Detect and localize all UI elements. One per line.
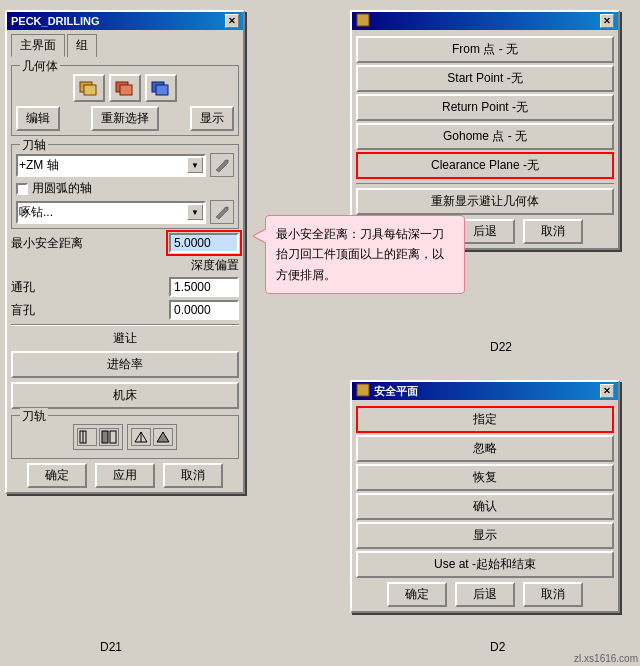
use-round-axis-row: 用圆弧的轴 [16, 180, 234, 197]
peck-confirm-btn[interactable]: 确定 [27, 463, 87, 488]
svg-rect-8 [102, 431, 108, 443]
svg-rect-14 [357, 384, 369, 396]
safety-plane-window: 安全平面 ✕ 指定 忽略 恢复 确认 显示 Use at -起始和结束 确定 后… [350, 380, 620, 613]
geometry-label: 几何体 [20, 58, 60, 75]
tooltip-line3: 方便排屑。 [276, 268, 336, 282]
geometry-window: ✕ From 点 - 无 Start Point -无 Return Point… [350, 10, 620, 250]
gohome-point-item[interactable]: Gohome 点 - 无 [356, 123, 614, 150]
depth-offset-label: 深度偏置 [11, 257, 239, 274]
redisplay-item[interactable]: 重新显示避让几何体 [356, 188, 614, 215]
use-round-axis-checkbox[interactable] [16, 183, 28, 195]
through-hole-row: 通孔 [11, 277, 239, 297]
peck-title-text: PECK_DRILLING [11, 15, 100, 27]
svg-rect-9 [110, 431, 116, 443]
start-point-item[interactable]: Start Point -无 [356, 65, 614, 92]
use-round-axis-label: 用圆弧的轴 [32, 180, 92, 197]
close-button[interactable]: ✕ [225, 14, 239, 28]
peck-cancel-btn[interactable]: 取消 [163, 463, 223, 488]
watermark: zl.xs1616.com [574, 653, 638, 664]
svg-rect-3 [120, 85, 132, 95]
tool-path-label: 刀轨 [20, 408, 48, 425]
avoid-label: 避让 [11, 330, 239, 347]
feed-rate-button[interactable]: 进给率 [11, 351, 239, 378]
svg-rect-5 [156, 85, 168, 95]
title-bar-buttons: ✕ [225, 14, 239, 28]
geo-cancel-btn[interactable]: 取消 [523, 219, 583, 244]
display-item[interactable]: 显示 [356, 522, 614, 549]
min-safety-row: 最小安全距离 [11, 233, 239, 253]
clearance-plane-item[interactable]: Clearance Plane -无 [356, 152, 614, 179]
tooltip-line1: 最小安全距离：刀具每钻深一刀 [276, 227, 444, 241]
tool-path-group: 刀轨 [11, 415, 239, 459]
d21-label: D21 [100, 640, 122, 654]
machine-button[interactable]: 机床 [11, 382, 239, 409]
safety-confirm-btn[interactable]: 确定 [387, 582, 447, 607]
geometry-icon-2[interactable] [109, 74, 141, 102]
blind-hole-input[interactable] [169, 300, 239, 320]
tooltip-callout: 最小安全距离：刀具每钻深一刀 抬刀回工件顶面以上的距离，以 方便排屑。 [265, 215, 465, 294]
geometry-icon-1[interactable] [73, 74, 105, 102]
min-safety-input[interactable] [169, 233, 239, 253]
geometry-close-btn[interactable]: ✕ [600, 14, 614, 28]
geometry-title-buttons: ✕ [600, 14, 614, 28]
svg-marker-12 [157, 432, 169, 442]
geometry-icon-3[interactable] [145, 74, 177, 102]
toolpath-icon-2[interactable] [99, 428, 119, 446]
peck-bottom-buttons: 确定 应用 取消 [11, 463, 239, 488]
tool-axis-group: 刀轴 +ZM 轴 ▼ 用圆弧的轴 啄钻... ▼ [11, 144, 239, 229]
peck-title-bar: PECK_DRILLING ✕ [7, 12, 243, 30]
through-hole-label: 通孔 [11, 279, 35, 296]
ignore-item[interactable]: 忽略 [356, 435, 614, 462]
safety-title-icon [356, 383, 370, 399]
tab-group[interactable]: 组 [67, 34, 97, 57]
separator-1 [11, 324, 239, 326]
geometry-group: 几何体 编辑 重新选择 显示 [11, 65, 239, 136]
tool-axis-wrench[interactable] [210, 153, 234, 177]
safety-bottom-buttons: 确定 后退 取消 [356, 582, 614, 607]
peck-apply-btn[interactable]: 应用 [95, 463, 155, 488]
svg-rect-13 [357, 14, 369, 26]
tooltip-line2: 抬刀回工件顶面以上的距离，以 [276, 247, 444, 261]
reselect-button[interactable]: 重新选择 [91, 106, 159, 131]
confirm-action-item[interactable]: 确认 [356, 493, 614, 520]
icon-group-2 [127, 424, 177, 450]
toolpath-icon-3[interactable] [131, 428, 151, 446]
specify-item[interactable]: 指定 [356, 406, 614, 433]
tab-bar: 主界面 组 [11, 34, 239, 57]
tool-axis-label: 刀轴 [20, 137, 48, 154]
tool-path-icons [16, 424, 234, 450]
display-button[interactable]: 显示 [190, 106, 234, 131]
safety-title-buttons: ✕ [600, 384, 614, 398]
axis-select-arrow[interactable]: ▼ [187, 157, 203, 173]
drill-type-arrow[interactable]: ▼ [187, 204, 203, 220]
drill-type-wrench[interactable] [210, 200, 234, 224]
safety-title-text: 安全平面 [374, 384, 600, 399]
axis-select[interactable]: +ZM 轴 ▼ [16, 154, 206, 177]
from-point-item[interactable]: From 点 - 无 [356, 36, 614, 63]
edit-button[interactable]: 编辑 [16, 106, 60, 131]
safety-content: 指定 忽略 恢复 确认 显示 Use at -起始和结束 确定 后退 取消 [352, 400, 618, 611]
toolpath-icon-1[interactable] [77, 428, 97, 446]
min-safety-label: 最小安全距离 [11, 235, 83, 252]
geo-divider [356, 183, 614, 184]
through-hole-input[interactable] [169, 277, 239, 297]
geometry-title-bar: ✕ [352, 12, 618, 30]
tab-main[interactable]: 主界面 [11, 34, 65, 57]
safety-cancel-btn[interactable]: 取消 [523, 582, 583, 607]
toolpath-icon-4[interactable] [153, 428, 173, 446]
safety-back-btn[interactable]: 后退 [455, 582, 515, 607]
safety-title-bar: 安全平面 ✕ [352, 382, 618, 400]
geometry-icons [16, 74, 234, 102]
drill-type-select[interactable]: 啄钻... ▼ [16, 201, 206, 224]
blind-hole-row: 盲孔 [11, 300, 239, 320]
use-at-item[interactable]: Use at -起始和结束 [356, 551, 614, 578]
geometry-title-icon [356, 13, 370, 29]
safety-close-btn[interactable]: ✕ [600, 384, 614, 398]
svg-rect-1 [84, 85, 96, 95]
d22-label: D22 [490, 340, 512, 354]
blind-hole-label: 盲孔 [11, 302, 35, 319]
restore-item[interactable]: 恢复 [356, 464, 614, 491]
return-point-item[interactable]: Return Point -无 [356, 94, 614, 121]
icon-group-1 [73, 424, 123, 450]
peck-drilling-window: PECK_DRILLING ✕ 主界面 组 几何体 [5, 10, 245, 494]
